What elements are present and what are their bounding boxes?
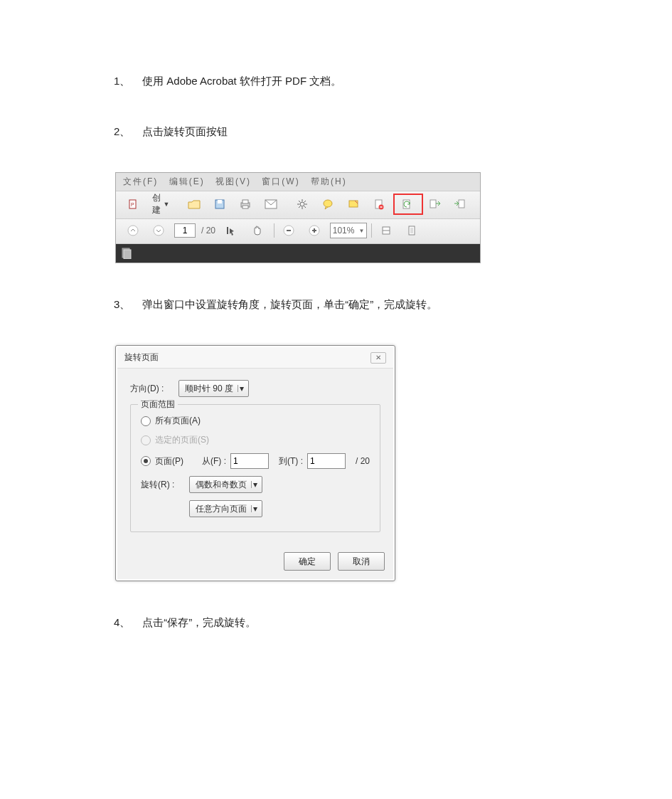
- open-icon[interactable]: [183, 195, 206, 213]
- svg-rect-6: [242, 206, 248, 208]
- step-2-text: 点击旋转页面按钮: [142, 125, 228, 137]
- close-icon[interactable]: ✕: [370, 352, 386, 364]
- insert-page-icon[interactable]: [449, 195, 471, 213]
- zoom-in-icon[interactable]: [303, 221, 326, 240]
- create-button-label: 创建: [152, 192, 161, 216]
- chevron-down-icon: ▾: [238, 385, 245, 392]
- comment-icon[interactable]: [316, 195, 339, 213]
- direction-label: 方向(D) :: [130, 383, 170, 395]
- page-total-label: / 20: [201, 226, 215, 236]
- svg-point-26: [154, 226, 164, 236]
- svg-rect-3: [218, 200, 222, 203]
- page-delete-icon[interactable]: [368, 195, 390, 213]
- step-3: 3、 弹出窗口中设置旋转角度，旋转页面，单击“确定”，完成旋转。: [114, 295, 558, 314]
- menu-bar: 文件(F) 编辑(E) 视图(V) 窗口(W) 帮助(H): [116, 173, 480, 191]
- menu-view[interactable]: 视图(V): [215, 176, 251, 186]
- toolbar-divider: [371, 223, 372, 238]
- rotate-label: 旋转(R) :: [141, 479, 181, 491]
- to-page-input[interactable]: [307, 453, 346, 469]
- rotate-orientation-dropdown[interactable]: 任意方向页面 ▾: [189, 500, 262, 517]
- dialog-titlebar: 旋转页面 ✕: [117, 347, 393, 369]
- page-down-icon[interactable]: [147, 221, 170, 240]
- step-3-text: 弹出窗口中设置旋转角度，旋转页面，单击“确定”，完成旋转。: [142, 298, 437, 310]
- svg-rect-5: [242, 200, 248, 203]
- svg-line-14: [304, 206, 306, 208]
- ok-button[interactable]: 确定: [284, 552, 331, 571]
- radio-all-pages-label: 所有页面(A): [155, 415, 201, 427]
- from-page-input[interactable]: [230, 453, 269, 469]
- toolbar-row-2: / 20 101% ▼: [116, 219, 480, 244]
- menu-window[interactable]: 窗口(W): [262, 176, 299, 186]
- fit-page-icon[interactable]: [400, 221, 423, 240]
- radio-selected-pages: [141, 435, 151, 445]
- svg-rect-24: [459, 200, 464, 208]
- stamp-icon[interactable]: [342, 195, 365, 213]
- of-total-label: / 20: [356, 456, 370, 466]
- cancel-button-label: 取消: [353, 556, 370, 568]
- gear-icon[interactable]: [291, 195, 314, 213]
- chevron-down-icon: ▼: [358, 228, 364, 234]
- step-2-number: 2、: [114, 122, 134, 141]
- step-2: 2、 点击旋转页面按钮: [114, 122, 558, 141]
- radio-all-pages[interactable]: [141, 416, 151, 426]
- zoom-value: 101%: [333, 226, 355, 236]
- step-1: 1、 使用 Adobe Acrobat 软件打开 PDF 文档。: [114, 71, 558, 90]
- print-icon[interactable]: [234, 195, 257, 213]
- svg-line-16: [304, 201, 306, 202]
- page-range-group: 页面范围 所有页面(A) 选定的页面(S) 页面(P) 从(F) : 到(T) …: [130, 404, 380, 532]
- extract-page-icon[interactable]: [423, 195, 446, 213]
- toolbar-divider: [274, 223, 274, 238]
- step-4: 4、 点击“保存”，完成旋转。: [114, 613, 558, 632]
- chevron-down-icon: ▼: [164, 201, 170, 208]
- rotate-page-icon[interactable]: [395, 195, 418, 213]
- fit-width-icon[interactable]: [375, 221, 398, 240]
- page-thumbnail-icon: [122, 248, 132, 259]
- svg-text:P: P: [131, 202, 134, 207]
- svg-point-25: [128, 226, 138, 236]
- radio-page-range-label: 页面(P): [155, 455, 195, 467]
- svg-rect-23: [430, 200, 436, 208]
- page-number-input[interactable]: [174, 223, 196, 238]
- highlighted-rotate-button: [393, 194, 423, 215]
- rotate-orientation-value: 任意方向页面: [196, 503, 247, 515]
- create-pdf-icon[interactable]: P: [122, 195, 144, 213]
- step-1-text: 使用 Adobe Acrobat 软件打开 PDF 文档。: [142, 75, 341, 87]
- step-4-number: 4、: [114, 613, 134, 632]
- radio-page-range[interactable]: [141, 456, 151, 466]
- email-icon[interactable]: [260, 195, 282, 213]
- page-up-icon[interactable]: [122, 221, 144, 240]
- rotate-pages-dialog: 旋转页面 ✕ 方向(D) : 顺时针 90 度 ▾ 页面范围 所有页面(A): [115, 345, 395, 581]
- chevron-down-icon: ▾: [251, 505, 259, 512]
- menu-file[interactable]: 文件(F): [123, 176, 158, 186]
- radio-selected-pages-label: 选定的页面(S): [155, 434, 209, 446]
- chevron-down-icon: ▾: [251, 481, 259, 488]
- to-label: 到(T) :: [279, 455, 303, 467]
- step-1-number: 1、: [114, 71, 134, 90]
- svg-rect-38: [124, 250, 131, 259]
- dialog-title-text: 旋转页面: [124, 351, 159, 364]
- direction-dropdown[interactable]: 顺时针 90 度 ▾: [178, 380, 249, 397]
- acrobat-toolbar-screenshot: 文件(F) 编辑(E) 视图(V) 窗口(W) 帮助(H) P 创建 ▼: [115, 172, 481, 263]
- svg-point-17: [324, 200, 332, 207]
- step-4-text: 点击“保存”，完成旋转。: [142, 616, 256, 628]
- step-3-number: 3、: [114, 295, 134, 314]
- menu-edit[interactable]: 编辑(E): [169, 176, 205, 186]
- svg-line-13: [299, 201, 300, 202]
- hand-tool-icon[interactable]: [245, 221, 268, 240]
- menu-help[interactable]: 帮助(H): [311, 176, 347, 186]
- save-icon[interactable]: [208, 195, 231, 213]
- rotate-odd-even-dropdown[interactable]: 偶数和奇数页 ▾: [189, 476, 262, 493]
- document-area-strip: [116, 244, 480, 263]
- from-label: 从(F) :: [202, 455, 226, 467]
- select-tool-icon[interactable]: [220, 221, 242, 240]
- rotate-odd-even-value: 偶数和奇数页: [196, 479, 247, 491]
- cancel-button[interactable]: 取消: [338, 552, 385, 571]
- zoom-out-icon[interactable]: [277, 221, 300, 240]
- svg-point-8: [300, 202, 304, 206]
- create-button[interactable]: 创建 ▼: [147, 195, 174, 213]
- svg-line-15: [299, 206, 300, 208]
- svg-rect-36: [410, 228, 413, 233]
- zoom-display[interactable]: 101% ▼: [330, 223, 367, 238]
- toolbar-row-1: P 创建 ▼: [116, 191, 480, 219]
- direction-dropdown-value: 顺时针 90 度: [185, 383, 233, 395]
